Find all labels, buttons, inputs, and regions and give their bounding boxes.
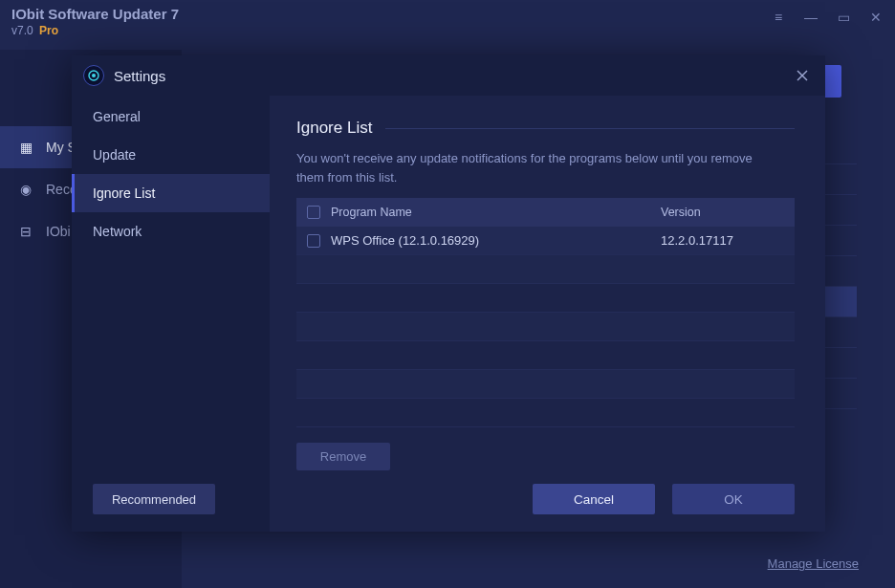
panel-heading: Ignore List xyxy=(296,119,795,138)
nav-general[interactable]: General xyxy=(72,98,270,136)
select-all-checkbox[interactable] xyxy=(307,206,320,219)
modal-header: Settings xyxy=(72,55,825,96)
window-controls: ≡ — ▭ ✕ xyxy=(771,6,884,25)
settings-nav: General Update Ignore List Network Recom… xyxy=(72,96,270,532)
settings-content: Ignore List You won't receive any update… xyxy=(270,96,825,532)
recommended-button[interactable]: Recommended xyxy=(93,484,215,514)
sidebar-item-label: IObi xyxy=(46,224,71,239)
box-icon: ⊟ xyxy=(17,224,34,239)
table-row-empty xyxy=(296,399,795,427)
table-row-empty xyxy=(296,313,795,341)
row-program-name: WPS Office (12.1.0.16929) xyxy=(331,233,661,248)
app-logo-icon xyxy=(83,65,104,86)
minimize-icon[interactable]: — xyxy=(803,10,819,25)
row-checkbox[interactable] xyxy=(307,234,320,248)
table-row-empty xyxy=(296,284,795,313)
menu-icon[interactable]: ≡ xyxy=(771,10,786,25)
table-row-empty xyxy=(296,255,795,284)
circle-icon: ◉ xyxy=(17,182,34,197)
table-row-empty xyxy=(296,341,795,370)
modal-footer: Cancel OK xyxy=(296,470,795,514)
nav-ignore-list[interactable]: Ignore List xyxy=(72,174,270,212)
svg-point-1 xyxy=(92,74,96,77)
cancel-button[interactable]: Cancel xyxy=(533,484,655,514)
table-header: Program Name Version xyxy=(296,198,795,227)
nav-update[interactable]: Update xyxy=(72,136,270,174)
maximize-icon[interactable]: ▭ xyxy=(836,10,851,25)
col-program-name: Program Name xyxy=(331,206,661,219)
remove-button[interactable]: Remove xyxy=(296,443,390,470)
modal-title: Settings xyxy=(114,68,165,84)
table-row-empty xyxy=(296,370,795,399)
grid-icon: ▦ xyxy=(17,140,34,155)
main-titlebar: IObit Software Updater 7 v7.0 Pro ≡ — ▭ … xyxy=(0,0,895,50)
manage-license-link[interactable]: Manage License xyxy=(768,556,859,571)
nav-network[interactable]: Network xyxy=(72,212,270,250)
close-icon[interactable] xyxy=(793,66,812,85)
app-title: IObit Software Updater 7 xyxy=(11,6,179,22)
ok-button[interactable]: OK xyxy=(672,484,795,514)
ignore-table: Program Name Version WPS Office (12.1.0.… xyxy=(296,198,795,427)
settings-modal: Settings General Update Ignore List Netw… xyxy=(72,55,825,532)
close-window-icon[interactable]: ✕ xyxy=(868,10,884,25)
app-version: v7.0 Pro xyxy=(11,24,179,37)
table-row[interactable]: WPS Office (12.1.0.16929) 12.2.0.17117 xyxy=(296,227,795,255)
col-version: Version xyxy=(661,206,795,219)
panel-description: You won't receive any update notificatio… xyxy=(296,149,755,186)
row-version: 12.2.0.17117 xyxy=(661,233,795,248)
